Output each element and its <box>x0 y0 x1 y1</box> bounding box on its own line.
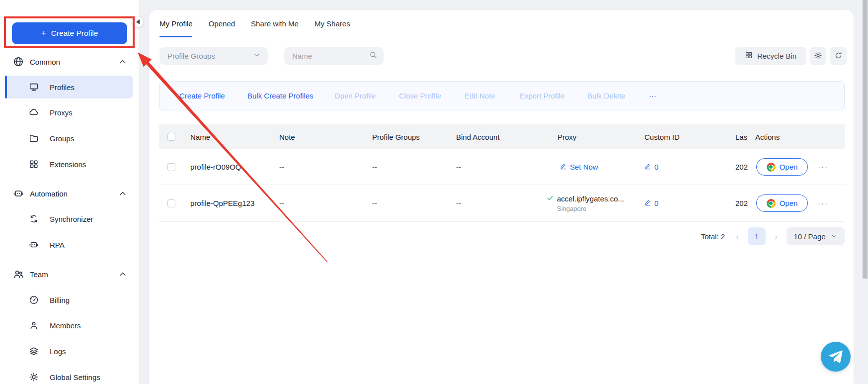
action-bulk-create-profiles[interactable]: Bulk Create Profiles <box>247 82 314 110</box>
sidebar-item-label: Proxys <box>50 108 73 117</box>
gear-icon <box>814 51 822 61</box>
custom-id-link[interactable]: 0 <box>644 199 658 207</box>
action-edit-note[interactable]: Edit Note <box>465 82 495 110</box>
row-checkbox[interactable] <box>167 163 175 171</box>
pencil-icon <box>644 163 651 171</box>
sidebar-item-global-settings[interactable]: Global Settings <box>5 366 133 384</box>
row-more-button[interactable]: ··· <box>818 149 828 185</box>
open-profile-button[interactable]: Open <box>756 194 808 212</box>
sidebar-group-team[interactable]: Team <box>0 263 139 286</box>
sidebar-item-logs[interactable]: Logs <box>5 340 133 363</box>
action-open-profile[interactable]: Open Profile <box>334 82 376 110</box>
action-create-profile[interactable]: Create Profile <box>179 82 225 110</box>
table-row: profile-rO09OQ -- -- -- Set Now 0 202 Op… <box>159 149 845 185</box>
column-header-actions: Actions <box>755 124 780 149</box>
sidebar-group-label: Team <box>30 270 48 279</box>
tab-share-with-me[interactable]: Share with Me <box>251 19 299 28</box>
monitor-icon <box>29 82 39 92</box>
sidebar: + Create Profile Common Profiles Proxys <box>0 0 139 384</box>
telegram-plane-icon <box>828 349 843 364</box>
open-profile-button[interactable]: Open <box>756 158 808 176</box>
tab-opened[interactable]: Opened <box>209 19 235 28</box>
main-content: My Profile Opened Share with Me My Share… <box>149 10 854 384</box>
profile-groups-select[interactable]: Profile Groups <box>159 47 268 65</box>
tab-my-profile[interactable]: My Profile <box>159 19 193 28</box>
custom-id-link[interactable]: 0 <box>644 163 658 171</box>
next-page-button[interactable]: › <box>773 232 780 241</box>
prev-page-button[interactable]: ‹ <box>734 232 741 241</box>
cell-note: -- <box>279 185 284 221</box>
sidebar-item-proxys[interactable]: Proxys <box>5 101 133 124</box>
chevron-up-icon <box>118 270 127 279</box>
refresh-button[interactable] <box>830 47 847 65</box>
bulk-action-bar: Create Profile Bulk Create Profiles Open… <box>159 81 845 110</box>
open-button-label: Open <box>780 199 798 207</box>
set-proxy-link[interactable]: Set Now <box>560 163 598 171</box>
search-icon[interactable] <box>369 51 378 61</box>
set-proxy-label: Set Now <box>570 163 598 171</box>
grid-icon <box>29 159 39 169</box>
app-window: + Create Profile Common Profiles Proxys <box>0 0 868 384</box>
column-header-bind-account: Bind Account <box>456 124 500 149</box>
row-checkbox[interactable] <box>167 199 175 207</box>
chrome-browser-icon <box>767 163 776 172</box>
cell-proxy: Set Now <box>560 149 598 185</box>
scrollbar-thumb[interactable] <box>863 0 868 279</box>
action-more[interactable]: ··· <box>649 82 656 110</box>
sidebar-collapse-button[interactable] <box>132 16 143 27</box>
sidebar-item-members[interactable]: Members <box>5 314 133 337</box>
table-settings-button[interactable] <box>810 47 826 65</box>
robot-icon <box>13 188 24 199</box>
team-icon <box>13 269 24 280</box>
column-header-last: Las <box>735 124 752 149</box>
page-number-button[interactable]: 1 <box>748 227 766 245</box>
sidebar-item-label: Extensions <box>50 160 86 169</box>
sidebar-item-label: Profiles <box>50 83 75 92</box>
recycle-bin-button[interactable]: Recycle Bin <box>735 47 806 65</box>
sidebar-item-groups[interactable]: Groups <box>5 127 133 150</box>
action-export-profile[interactable]: Export Profile <box>520 82 564 110</box>
sidebar-group-common[interactable]: Common <box>0 50 139 73</box>
sidebar-item-profiles[interactable]: Profiles <box>5 76 133 98</box>
check-icon <box>547 194 553 203</box>
action-bulk-delete[interactable]: Bulk Delete <box>587 82 626 110</box>
cell-bind-account: -- <box>456 185 461 221</box>
page-size-select[interactable]: 10 / Page <box>787 227 845 245</box>
chrome-browser-icon <box>767 199 776 208</box>
cell-bind-account: -- <box>456 149 461 185</box>
select-all-checkbox[interactable] <box>167 133 175 141</box>
sidebar-item-extensions[interactable]: Extensions <box>5 153 133 176</box>
gauge-icon <box>29 295 39 305</box>
layers-icon <box>29 346 39 356</box>
table-header: Name Note Profile Groups Bind Account Pr… <box>159 124 845 149</box>
telegram-button[interactable] <box>821 342 851 372</box>
proxy-host: accel.ipflygates.co... <box>557 194 624 203</box>
select-all-checkbox-cell <box>167 124 175 149</box>
sidebar-item-rpa[interactable]: RPA <box>5 233 133 256</box>
row-checkbox-cell <box>167 185 175 221</box>
open-button-label: Open <box>780 163 798 171</box>
robot-icon <box>29 240 39 250</box>
name-search-input[interactable] <box>292 52 369 60</box>
sidebar-group-automation[interactable]: Automation <box>0 182 139 205</box>
row-more-button[interactable]: ··· <box>818 185 828 221</box>
sidebar-item-billing[interactable]: Billing <box>5 288 133 311</box>
scrollbar-track[interactable] <box>856 0 868 384</box>
sidebar-item-label: Groups <box>50 134 74 143</box>
proxy-location: Singapore <box>557 205 586 212</box>
profile-groups-placeholder: Profile Groups <box>167 52 253 60</box>
create-profile-button[interactable]: + Create Profile <box>12 22 127 44</box>
gear-icon <box>29 372 39 382</box>
chevron-down-icon <box>831 233 838 240</box>
tab-my-shares[interactable]: My Shares <box>315 19 350 28</box>
pencil-icon <box>644 199 651 207</box>
action-close-profile[interactable]: Close Profile <box>399 82 441 110</box>
active-tab-indicator <box>159 36 192 37</box>
column-header-proxy: Proxy <box>557 124 576 149</box>
person-icon <box>29 320 39 330</box>
sidebar-item-label: RPA <box>50 241 65 249</box>
sync-icon <box>29 214 39 224</box>
column-header-name: Name <box>190 124 210 149</box>
sidebar-item-synchronizer[interactable]: Synchronizer <box>5 207 133 230</box>
cell-last-open: 202 <box>735 149 753 185</box>
